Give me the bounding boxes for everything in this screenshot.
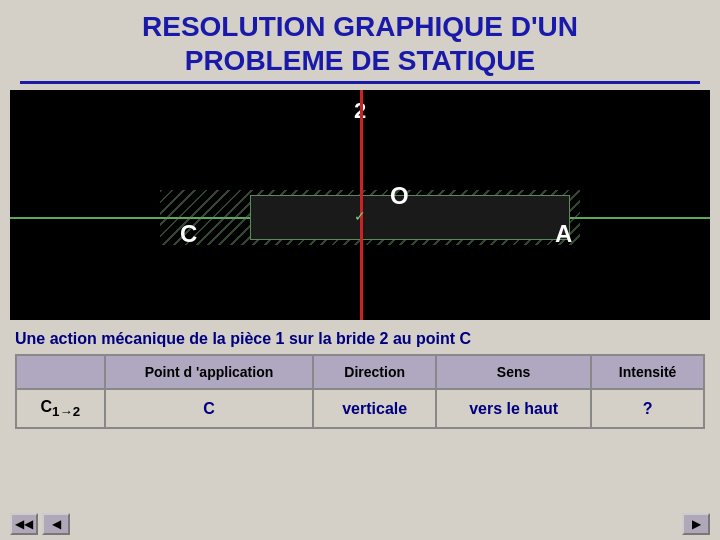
row-label-cell: C1→2 — [16, 389, 105, 428]
nav-prev-button[interactable]: ◀ — [42, 513, 70, 535]
nav-buttons-left: ◀◀ ◀ — [10, 513, 70, 535]
col-header-direction: Direction — [313, 355, 436, 389]
diagram-label-a: A — [555, 220, 572, 248]
tick-mark: ✓ — [354, 208, 366, 224]
diagram-area: 2 ✓ C O A — [10, 90, 710, 320]
vertical-line — [360, 90, 363, 320]
col-header-empty — [16, 355, 105, 389]
table-row: C1→2 C verticale vers le haut ? — [16, 389, 704, 428]
data-table: Point d 'application Direction Sens Inte… — [15, 354, 705, 429]
col-header-intensite: Intensité — [591, 355, 704, 389]
inner-rectangle — [250, 195, 570, 240]
table-header-row: Point d 'application Direction Sens Inte… — [16, 355, 704, 389]
row-label: C1→2 — [29, 398, 92, 419]
cell-point: C — [105, 389, 314, 428]
cell-direction: verticale — [313, 389, 436, 428]
title-area: RESOLUTION GRAPHIQUE D'UN PROBLEME DE ST… — [0, 0, 720, 90]
table-container: Point d 'application Direction Sens Inte… — [0, 354, 720, 429]
main-title: RESOLUTION GRAPHIQUE D'UN PROBLEME DE ST… — [20, 10, 700, 77]
description-text: Une action mécanique de la pièce 1 sur l… — [0, 320, 720, 354]
cell-intensite: ? — [591, 389, 704, 428]
nav-first-button[interactable]: ◀◀ — [10, 513, 38, 535]
page-container: RESOLUTION GRAPHIQUE D'UN PROBLEME DE ST… — [0, 0, 720, 540]
nav-next-button[interactable]: ▶ — [682, 513, 710, 535]
col-header-point: Point d 'application — [105, 355, 314, 389]
diagram-label-c: C — [180, 220, 197, 248]
cell-sens: vers le haut — [436, 389, 591, 428]
col-header-sens: Sens — [436, 355, 591, 389]
diagram-label-o: O — [390, 182, 409, 210]
title-divider — [20, 81, 700, 84]
